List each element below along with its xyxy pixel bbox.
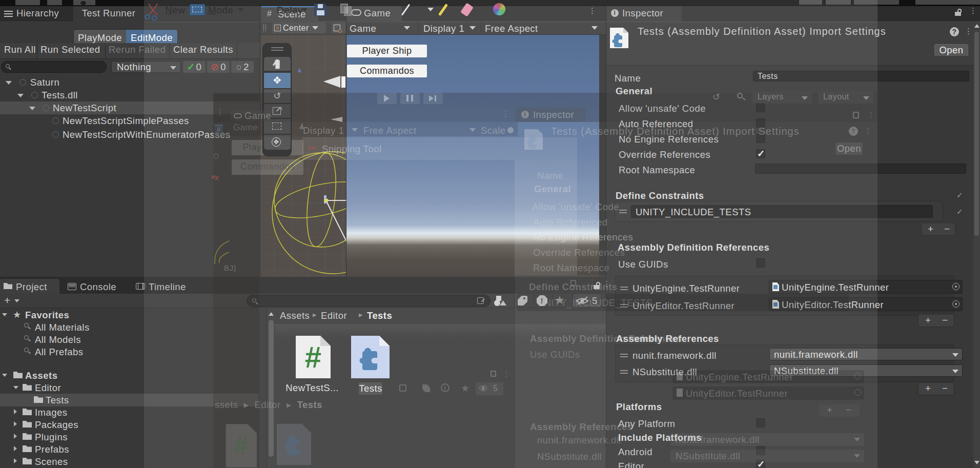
- svg-text:#: #: [234, 430, 249, 460]
